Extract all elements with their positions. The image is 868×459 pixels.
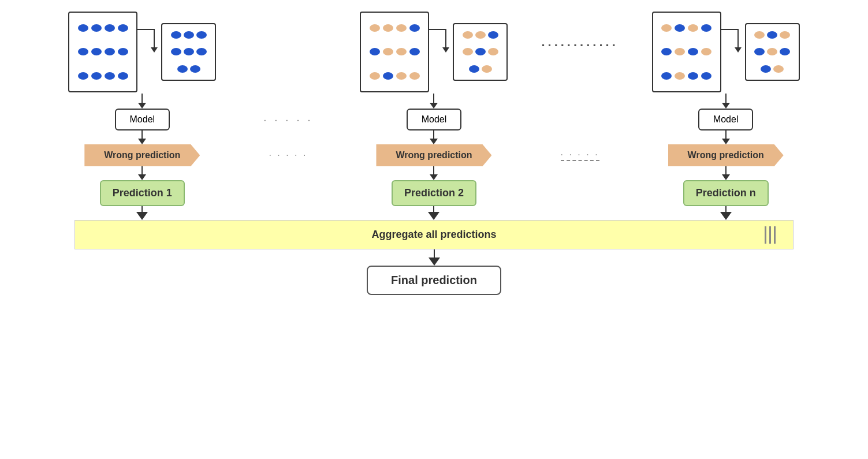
data-box-small-2 — [453, 23, 508, 81]
arrow-to-model-2 — [353, 94, 515, 109]
arrow-to-pred-1 — [61, 166, 223, 180]
prediction-box-n: Prediction n — [645, 180, 807, 206]
aggregate-label: Aggregate all predictions — [371, 229, 496, 240]
data-box-small-1 — [161, 23, 216, 81]
arrow-to-agg-n — [645, 206, 807, 220]
arrow-to-pred-2 — [353, 166, 515, 180]
arrow-to-wrong-n — [645, 130, 807, 144]
ellipsis-top-text: ............ — [541, 35, 618, 50]
column-2 — [353, 12, 515, 94]
arrow-to-pred-n — [645, 166, 807, 180]
column-1 — [61, 12, 223, 94]
wrong-prediction-n: Wrong prediction — [645, 144, 807, 166]
ellipsis-middle-top: · · · · · — [254, 113, 323, 126]
aggregate-bar: Aggregate all predictions — [35, 220, 833, 249]
data-box-large-2 — [360, 12, 429, 92]
arrow-to-agg-1 — [61, 206, 223, 220]
data-box-large-1 — [68, 12, 137, 92]
wrong-prediction-2: Wrong prediction — [353, 144, 515, 166]
arrow-to-wrong-2 — [353, 130, 515, 144]
prediction-box-1: Prediction 1 — [61, 180, 223, 206]
model-box-2: Model — [353, 109, 515, 130]
final-prediction-box: Final prediction — [367, 266, 501, 295]
arrow-to-agg-2 — [353, 206, 515, 220]
wrong-prediction-1: Wrong prediction — [61, 144, 223, 166]
stripe-marks — [765, 226, 776, 244]
diagram-container: ............ — [0, 0, 868, 459]
data-box-large-n — [652, 12, 721, 92]
arrow-to-final — [429, 249, 440, 266]
column-n — [645, 12, 807, 94]
ellipsis-top-spacer — [254, 12, 323, 46]
model-box-1: Model — [61, 109, 223, 130]
ellipsis-middle-2: · · · · · — [254, 150, 323, 161]
arrow-to-model-n — [645, 94, 807, 109]
ellipsis-top: ............ — [545, 12, 614, 50]
arrow-to-wrong-1 — [61, 130, 223, 144]
data-box-small-n — [745, 23, 800, 81]
final-prediction-label: Final prediction — [391, 274, 477, 286]
model-box-n: Model — [645, 109, 807, 130]
prediction-box-2: Prediction 2 — [353, 180, 515, 206]
arrow-to-model-1 — [61, 94, 223, 109]
ellipsis-middle-3: · · · · · — [545, 150, 614, 161]
